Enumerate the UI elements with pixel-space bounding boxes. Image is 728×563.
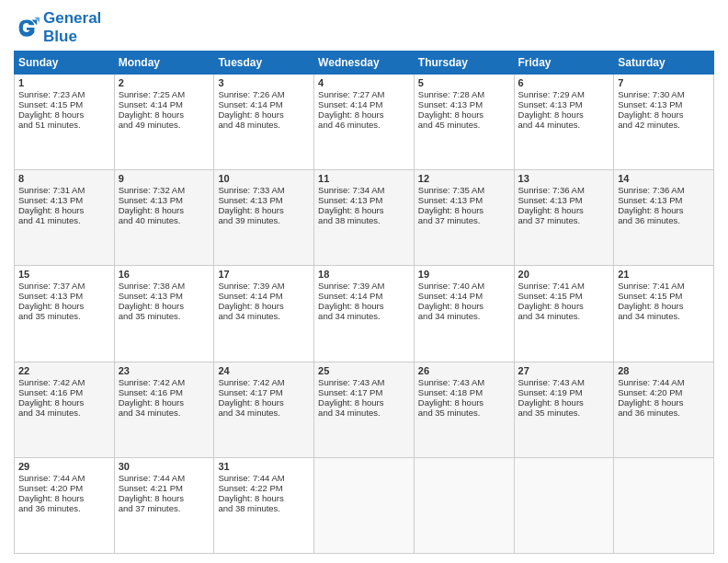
day-info-line: and 34 minutes. [518, 311, 610, 321]
logo-text: General Blue [43, 9, 101, 45]
day-info-line: Sunset: 4:13 PM [418, 195, 510, 205]
day-info-line: Sunrise: 7:36 AM [618, 185, 710, 195]
day-info-line: and 34 minutes. [618, 311, 710, 321]
day-info-line: and 35 minutes. [518, 408, 610, 418]
day-info-line: Sunrise: 7:31 AM [18, 185, 110, 195]
day-number: 4 [318, 77, 410, 88]
day-info-line: Sunset: 4:14 PM [318, 291, 410, 301]
calendar-cell: 30Sunrise: 7:44 AMSunset: 4:21 PMDayligh… [114, 457, 214, 553]
day-number: 8 [18, 173, 110, 184]
day-info-line: Daylight: 8 hours [318, 109, 410, 120]
day-info-line: Sunrise: 7:27 AM [318, 89, 410, 99]
logo-text-blue: Blue [43, 28, 101, 46]
day-info-line: Daylight: 8 hours [218, 205, 310, 215]
day-info-line: and 34 minutes. [318, 311, 410, 321]
day-info-line: Daylight: 8 hours [218, 493, 310, 503]
day-number: 10 [218, 173, 310, 184]
day-info-line: Daylight: 8 hours [618, 397, 710, 408]
day-info-line: Daylight: 8 hours [18, 397, 110, 408]
weekday-header: Friday [514, 52, 614, 75]
day-info-line: Sunrise: 7:42 AM [18, 377, 110, 387]
day-info-line: Daylight: 8 hours [618, 301, 710, 311]
day-info-line: Daylight: 8 hours [618, 205, 710, 215]
day-info-line: Sunrise: 7:44 AM [618, 377, 710, 387]
calendar-cell: 5Sunrise: 7:28 AMSunset: 4:13 PMDaylight… [414, 75, 514, 170]
calendar-cell: 26Sunrise: 7:43 AMSunset: 4:18 PMDayligh… [414, 362, 514, 457]
day-info-line: Sunrise: 7:42 AM [119, 377, 210, 387]
day-info-line: Sunrise: 7:41 AM [518, 281, 610, 291]
day-info-line: Sunset: 4:13 PM [518, 195, 610, 205]
day-info-line: Sunset: 4:13 PM [518, 99, 610, 109]
weekday-header: Saturday [614, 52, 714, 75]
weekday-header: Wednesday [314, 52, 415, 75]
calendar-cell [414, 457, 514, 553]
day-info-line: and 37 minutes. [119, 503, 210, 513]
calendar-cell: 4Sunrise: 7:27 AMSunset: 4:14 PMDaylight… [314, 75, 415, 170]
day-info-line: Daylight: 8 hours [418, 397, 510, 408]
day-info-line: Sunrise: 7:23 AM [18, 89, 110, 99]
day-info-line: and 40 minutes. [119, 215, 210, 225]
day-info-line: Daylight: 8 hours [218, 301, 310, 311]
day-info-line: Sunrise: 7:25 AM [119, 89, 210, 99]
day-info-line: Sunrise: 7:41 AM [618, 281, 710, 291]
day-info-line: Sunset: 4:20 PM [618, 387, 710, 397]
day-number: 17 [218, 269, 310, 280]
calendar-header-row: SundayMondayTuesdayWednesdayThursdayFrid… [15, 52, 714, 75]
day-info-line: Sunrise: 7:44 AM [218, 473, 310, 483]
day-info-line: Sunset: 4:13 PM [618, 99, 710, 109]
day-info-line: and 34 minutes. [119, 408, 210, 418]
day-info-line: Sunrise: 7:34 AM [318, 185, 410, 195]
day-number: 14 [618, 173, 710, 184]
calendar-cell: 8Sunrise: 7:31 AMSunset: 4:13 PMDaylight… [15, 170, 115, 266]
day-number: 12 [418, 173, 510, 184]
day-info-line: Daylight: 8 hours [18, 109, 110, 120]
day-info-line: Sunrise: 7:28 AM [418, 89, 510, 99]
day-info-line: and 36 minutes. [18, 503, 110, 513]
calendar-cell: 10Sunrise: 7:33 AMSunset: 4:13 PMDayligh… [214, 170, 314, 266]
calendar-cell [514, 457, 614, 553]
calendar-cell: 6Sunrise: 7:29 AMSunset: 4:13 PMDaylight… [514, 75, 614, 170]
day-info-line: Daylight: 8 hours [418, 109, 510, 120]
day-info-line: Daylight: 8 hours [119, 301, 210, 311]
day-info-line: Sunset: 4:16 PM [119, 387, 210, 397]
day-number: 23 [119, 365, 210, 376]
day-number: 30 [119, 461, 210, 472]
day-info-line: Daylight: 8 hours [218, 109, 310, 120]
day-info-line: Sunset: 4:14 PM [218, 291, 310, 301]
day-number: 2 [119, 77, 210, 88]
day-info-line: Daylight: 8 hours [318, 397, 410, 408]
day-info-line: Sunset: 4:14 PM [119, 99, 210, 109]
day-info-line: Daylight: 8 hours [218, 397, 310, 408]
day-info-line: Sunrise: 7:26 AM [218, 89, 310, 99]
day-number: 5 [418, 77, 510, 88]
day-number: 29 [18, 461, 110, 472]
day-number: 28 [618, 365, 710, 376]
day-info-line: and 34 minutes. [218, 408, 310, 418]
day-info-line: Sunset: 4:13 PM [218, 195, 310, 205]
calendar-cell: 16Sunrise: 7:38 AMSunset: 4:13 PMDayligh… [114, 266, 214, 362]
day-number: 21 [618, 269, 710, 280]
day-info-line: Sunset: 4:13 PM [18, 291, 110, 301]
day-info-line: and 51 minutes. [18, 120, 110, 130]
day-number: 31 [218, 461, 310, 472]
day-info-line: Daylight: 8 hours [618, 109, 710, 120]
day-info-line: Sunrise: 7:33 AM [218, 185, 310, 195]
day-number: 27 [518, 365, 610, 376]
calendar-cell: 22Sunrise: 7:42 AMSunset: 4:16 PMDayligh… [15, 362, 115, 457]
day-info-line: Daylight: 8 hours [18, 493, 110, 503]
day-number: 22 [18, 365, 110, 376]
day-info-line: Sunset: 4:22 PM [218, 483, 310, 493]
calendar-cell: 17Sunrise: 7:39 AMSunset: 4:14 PMDayligh… [214, 266, 314, 362]
day-number: 7 [618, 77, 710, 88]
day-info-line: Sunset: 4:14 PM [318, 99, 410, 109]
calendar-cell: 13Sunrise: 7:36 AMSunset: 4:13 PMDayligh… [514, 170, 614, 266]
day-info-line: Sunset: 4:13 PM [18, 195, 110, 205]
day-info-line: and 35 minutes. [18, 311, 110, 321]
calendar-cell: 1Sunrise: 7:23 AMSunset: 4:15 PMDaylight… [15, 75, 115, 170]
weekday-header: Sunday [15, 52, 115, 75]
day-info-line: Sunrise: 7:38 AM [119, 281, 210, 291]
day-info-line: Daylight: 8 hours [119, 109, 210, 120]
weekday-header: Tuesday [214, 52, 314, 75]
day-info-line: Sunset: 4:15 PM [18, 99, 110, 109]
day-info-line: Sunrise: 7:30 AM [618, 89, 710, 99]
